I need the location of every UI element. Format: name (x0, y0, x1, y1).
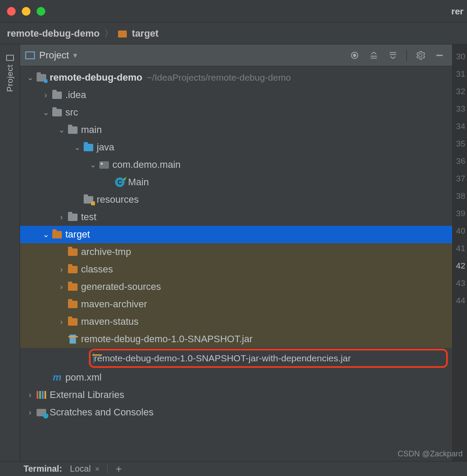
line-number: 37 (453, 170, 467, 187)
folder-icon (67, 126, 78, 134)
project-tool-icon (6, 55, 14, 61)
tree-item-maven-status[interactable]: › maven-status (20, 313, 452, 330)
chevron-down-icon[interactable]: ⌄ (71, 143, 83, 152)
terminal-tabs-bar: Terminal: Local × + (0, 461, 467, 476)
folder-icon (118, 31, 127, 37)
project-view-label: Project (39, 50, 69, 61)
tree-item-jar2-highlighted[interactable]: remote-debug-demo-1.0-SNAPSHOT-jar-with-… (20, 348, 452, 369)
chevron-right-icon[interactable]: › (56, 317, 67, 326)
project-view-selector[interactable]: Project ▾ (39, 50, 77, 61)
tree-item-label: External Libraries (50, 389, 124, 401)
class-run-icon: C (114, 177, 125, 187)
collapse-all-button[interactable] (386, 48, 400, 63)
chevron-right-icon[interactable]: › (24, 408, 36, 417)
tree-item-java[interactable]: ⌄ java (20, 139, 452, 156)
project-tool-tab-label: Project (5, 65, 15, 92)
terminal-tab-local[interactable]: Local × (70, 464, 100, 474)
line-number: 42 (453, 257, 467, 275)
line-number: 39 (453, 205, 467, 222)
line-number: 44 (453, 292, 467, 309)
resources-folder-icon (83, 196, 94, 204)
module-icon (36, 74, 47, 82)
line-number: 31 (453, 65, 467, 83)
project-tool-tab[interactable]: Project (5, 55, 15, 92)
expand-all-button[interactable] (366, 48, 381, 63)
tree-item-target[interactable]: ⌄ target (20, 226, 452, 243)
hide-panel-button[interactable] (432, 48, 447, 63)
tree-item-archive-tmp[interactable]: · archive-tmp (20, 243, 452, 261)
chevron-right-icon[interactable]: › (56, 282, 67, 292)
tree-item-scratches[interactable]: › Scratches and Consoles (20, 404, 452, 421)
excluded-folder-icon (67, 266, 78, 273)
chevron-down-icon[interactable]: ⌄ (40, 108, 51, 117)
tree-item-label: classes (81, 264, 113, 275)
tree-item-label: pom.xml (65, 372, 102, 383)
breadcrumb-separator-icon: 〉 (104, 27, 114, 40)
terminal-tab-label: Local (70, 464, 91, 473)
excluded-folder-icon (67, 301, 78, 308)
tab-separator (107, 464, 108, 474)
tree-item-main[interactable]: ⌄ main (20, 121, 452, 139)
tree-item-src[interactable]: ⌄ src (20, 104, 452, 121)
tree-item-label: resources (97, 194, 139, 205)
settings-button[interactable] (413, 48, 428, 63)
tree-item-maven-archiver[interactable]: · maven-archiver (20, 296, 452, 313)
tree-item-label: Main (128, 177, 149, 188)
tree-item-label: remote-debug-demo-1.0-SNAPSHOT.jar (81, 333, 253, 345)
tree-item-label: main (81, 124, 102, 136)
tree-root-path: ~/IdeaProjects/remote-debug-demo (147, 72, 291, 83)
breadcrumb-target[interactable]: target (118, 28, 159, 39)
select-opened-file-button[interactable] (347, 48, 362, 63)
tree-item-label: generated-sources (81, 281, 161, 292)
tree-item-label: com.demo.main (112, 159, 181, 170)
chevron-down-icon[interactable]: ⌄ (87, 160, 98, 170)
scratches-icon (36, 409, 47, 416)
chevron-right-icon[interactable]: › (56, 265, 67, 274)
project-tool-window: Project ▾ ⌄ (20, 44, 452, 461)
chevron-down-icon[interactable]: ⌄ (40, 230, 51, 239)
highlight-box: remote-debug-demo-1.0-SNAPSHOT-jar-with-… (89, 349, 448, 368)
tree-item-label: test (81, 211, 96, 223)
editor-gutter: 303132333435363738394041424344 (452, 44, 467, 461)
project-tree[interactable]: ⌄ remote-debug-demo ~/IdeaProjects/remot… (20, 66, 452, 461)
chevron-right-icon[interactable]: › (56, 213, 67, 222)
project-view-icon (25, 51, 35, 59)
tree-item-label: java (97, 142, 114, 153)
chevron-right-icon[interactable]: › (40, 91, 51, 100)
maven-icon: m (51, 372, 63, 383)
excluded-folder-icon (51, 231, 63, 238)
tool-window-stripe-left: Project (0, 44, 20, 461)
window-title: rer (0, 6, 467, 17)
new-terminal-tab-button[interactable]: + (115, 463, 122, 475)
tree-item-test[interactable]: › test (20, 208, 452, 226)
chevron-down-icon[interactable]: ⌄ (56, 125, 67, 135)
line-number: 36 (453, 153, 467, 170)
folder-icon (51, 109, 63, 116)
line-number: 30 (453, 48, 467, 65)
tree-item-external-libraries[interactable]: › External Libraries (20, 386, 452, 404)
line-number: 38 (453, 187, 467, 205)
jar-icon (93, 353, 94, 364)
svg-point-1 (353, 54, 356, 57)
tree-root[interactable]: ⌄ remote-debug-demo ~/IdeaProjects/remot… (20, 69, 452, 86)
close-tab-icon[interactable]: × (95, 465, 100, 473)
tree-item-package[interactable]: ⌄ com.demo.main (20, 156, 452, 173)
tree-item-pom[interactable]: · m pom.xml (20, 369, 452, 386)
line-number: 34 (453, 118, 467, 135)
folder-icon (67, 214, 78, 221)
chevron-down-icon[interactable]: ⌄ (24, 73, 36, 82)
folder-icon (51, 92, 63, 99)
tree-item-label: remote-debug-demo-1.0-SNAPSHOT-jar-with-… (94, 353, 351, 364)
tree-item-resources[interactable]: · resources (20, 191, 452, 208)
tree-item-idea[interactable]: › .idea (20, 86, 452, 104)
tree-item-generated-sources[interactable]: › generated-sources (20, 278, 452, 296)
breadcrumb-root[interactable]: remote-debug-demo (7, 28, 100, 39)
tree-root-label: remote-debug-demo (50, 72, 142, 83)
macos-titlebar: rer (0, 0, 467, 23)
tree-item-classes[interactable]: › classes (20, 261, 452, 278)
chevron-right-icon[interactable]: › (24, 391, 36, 400)
chevron-down-icon: ▾ (73, 51, 77, 60)
tree-item-label: maven-status (81, 316, 139, 327)
tree-item-jar1[interactable]: · remote-debug-demo-1.0-SNAPSHOT.jar (20, 330, 452, 348)
tree-item-main-class[interactable]: · C Main (20, 173, 452, 191)
